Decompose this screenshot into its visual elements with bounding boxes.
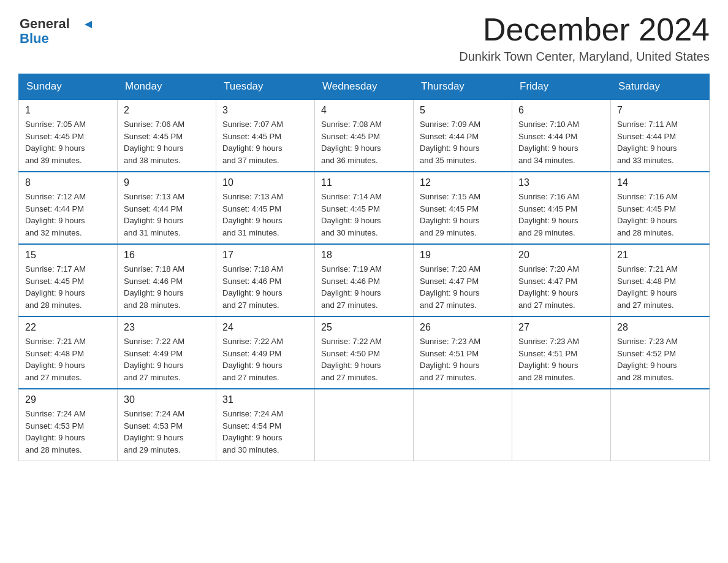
calendar-cell: 20 Sunrise: 7:20 AM Sunset: 4:47 PM Dayl… [512,244,611,316]
svg-text:Blue: Blue [20,31,49,46]
day-info: Sunrise: 7:22 AM Sunset: 4:49 PM Dayligh… [124,335,210,383]
calendar-cell: 16 Sunrise: 7:18 AM Sunset: 4:46 PM Dayl… [118,244,216,316]
day-number: 24 [222,322,308,333]
day-info: Sunrise: 7:16 AM Sunset: 4:45 PM Dayligh… [617,191,703,239]
calendar-cell [611,389,710,461]
calendar-cell: 4 Sunrise: 7:08 AM Sunset: 4:45 PM Dayli… [315,99,414,172]
day-info: Sunrise: 7:17 AM Sunset: 4:45 PM Dayligh… [25,263,111,311]
day-number: 4 [321,105,407,116]
day-number: 5 [420,105,506,116]
day-info: Sunrise: 7:06 AM Sunset: 4:45 PM Dayligh… [124,118,210,166]
calendar-cell: 24 Sunrise: 7:22 AM Sunset: 4:49 PM Dayl… [216,316,315,389]
day-info: Sunrise: 7:16 AM Sunset: 4:45 PM Dayligh… [518,191,604,239]
day-info: Sunrise: 7:23 AM Sunset: 4:51 PM Dayligh… [518,335,604,383]
day-number: 3 [222,105,308,116]
day-info: Sunrise: 7:13 AM Sunset: 4:44 PM Dayligh… [124,191,210,239]
day-info: Sunrise: 7:08 AM Sunset: 4:45 PM Dayligh… [321,118,407,166]
weekday-header-friday: Friday [512,74,611,100]
day-info: Sunrise: 7:12 AM Sunset: 4:44 PM Dayligh… [25,191,111,239]
calendar-cell: 29 Sunrise: 7:24 AM Sunset: 4:53 PM Dayl… [19,389,118,461]
logo-icon: General Blue [18,12,92,46]
calendar-cell: 15 Sunrise: 7:17 AM Sunset: 4:45 PM Dayl… [19,244,118,316]
day-info: Sunrise: 7:05 AM Sunset: 4:45 PM Dayligh… [25,118,111,166]
title-area: December 2024 Dunkirk Town Center, Maryl… [459,12,710,64]
day-info: Sunrise: 7:15 AM Sunset: 4:45 PM Dayligh… [420,191,506,239]
day-number: 27 [518,322,604,333]
day-number: 18 [321,250,407,261]
day-info: Sunrise: 7:10 AM Sunset: 4:44 PM Dayligh… [518,118,604,166]
calendar-cell: 23 Sunrise: 7:22 AM Sunset: 4:49 PM Dayl… [118,316,216,389]
day-info: Sunrise: 7:21 AM Sunset: 4:48 PM Dayligh… [25,335,111,383]
day-number: 13 [518,177,604,188]
day-info: Sunrise: 7:22 AM Sunset: 4:49 PM Dayligh… [222,335,308,383]
day-number: 15 [25,250,111,261]
weekday-header-saturday: Saturday [611,74,710,100]
day-info: Sunrise: 7:18 AM Sunset: 4:46 PM Dayligh… [222,263,308,311]
day-info: Sunrise: 7:20 AM Sunset: 4:47 PM Dayligh… [420,263,506,311]
calendar-week-4: 22 Sunrise: 7:21 AM Sunset: 4:48 PM Dayl… [19,316,710,389]
day-number: 7 [617,105,703,116]
calendar-cell: 14 Sunrise: 7:16 AM Sunset: 4:45 PM Dayl… [611,172,710,244]
day-number: 23 [124,322,210,333]
day-number: 21 [617,250,703,261]
calendar-cell: 9 Sunrise: 7:13 AM Sunset: 4:44 PM Dayli… [118,172,216,244]
day-number: 11 [321,177,407,188]
day-info: Sunrise: 7:19 AM Sunset: 4:46 PM Dayligh… [321,263,407,311]
calendar-cell [512,389,611,461]
day-number: 17 [222,250,308,261]
calendar-cell: 25 Sunrise: 7:22 AM Sunset: 4:50 PM Dayl… [315,316,414,389]
calendar-cell: 10 Sunrise: 7:13 AM Sunset: 4:45 PM Dayl… [216,172,315,244]
day-number: 20 [518,250,604,261]
calendar-week-1: 1 Sunrise: 7:05 AM Sunset: 4:45 PM Dayli… [19,99,710,172]
day-number: 12 [420,177,506,188]
day-number: 2 [124,105,210,116]
day-number: 28 [617,322,703,333]
weekday-header-monday: Monday [118,74,216,100]
day-info: Sunrise: 7:07 AM Sunset: 4:45 PM Dayligh… [222,118,308,166]
day-info: Sunrise: 7:18 AM Sunset: 4:46 PM Dayligh… [124,263,210,311]
day-info: Sunrise: 7:24 AM Sunset: 4:53 PM Dayligh… [25,408,111,456]
calendar-cell: 2 Sunrise: 7:06 AM Sunset: 4:45 PM Dayli… [118,99,216,172]
header: General Blue December 2024 Dunkirk Town … [18,12,710,64]
calendar-cell: 17 Sunrise: 7:18 AM Sunset: 4:46 PM Dayl… [216,244,315,316]
day-number: 26 [420,322,506,333]
day-info: Sunrise: 7:14 AM Sunset: 4:45 PM Dayligh… [321,191,407,239]
day-info: Sunrise: 7:22 AM Sunset: 4:50 PM Dayligh… [321,335,407,383]
day-number: 19 [420,250,506,261]
calendar-cell: 22 Sunrise: 7:21 AM Sunset: 4:48 PM Dayl… [19,316,118,389]
day-info: Sunrise: 7:23 AM Sunset: 4:52 PM Dayligh… [617,335,703,383]
day-number: 8 [25,177,111,188]
weekday-header-sunday: Sunday [19,74,118,100]
calendar-cell: 26 Sunrise: 7:23 AM Sunset: 4:51 PM Dayl… [414,316,512,389]
calendar-cell: 18 Sunrise: 7:19 AM Sunset: 4:46 PM Dayl… [315,244,414,316]
day-number: 25 [321,322,407,333]
day-info: Sunrise: 7:09 AM Sunset: 4:44 PM Dayligh… [420,118,506,166]
calendar-cell: 7 Sunrise: 7:11 AM Sunset: 4:44 PM Dayli… [611,99,710,172]
calendar-cell: 19 Sunrise: 7:20 AM Sunset: 4:47 PM Dayl… [414,244,512,316]
day-number: 16 [124,250,210,261]
day-number: 22 [25,322,111,333]
day-number: 6 [518,105,604,116]
calendar-week-5: 29 Sunrise: 7:24 AM Sunset: 4:53 PM Dayl… [19,389,710,461]
day-info: Sunrise: 7:23 AM Sunset: 4:51 PM Dayligh… [420,335,506,383]
day-info: Sunrise: 7:21 AM Sunset: 4:48 PM Dayligh… [617,263,703,311]
day-number: 31 [222,394,308,405]
calendar-week-3: 15 Sunrise: 7:17 AM Sunset: 4:45 PM Dayl… [19,244,710,316]
day-number: 29 [25,394,111,405]
calendar-cell: 1 Sunrise: 7:05 AM Sunset: 4:45 PM Dayli… [19,99,118,172]
weekday-header-wednesday: Wednesday [315,74,414,100]
calendar-cell: 31 Sunrise: 7:24 AM Sunset: 4:54 PM Dayl… [216,389,315,461]
calendar-cell: 5 Sunrise: 7:09 AM Sunset: 4:44 PM Dayli… [414,99,512,172]
day-info: Sunrise: 7:20 AM Sunset: 4:47 PM Dayligh… [518,263,604,311]
weekday-header-thursday: Thursday [414,74,512,100]
calendar-cell: 8 Sunrise: 7:12 AM Sunset: 4:44 PM Dayli… [19,172,118,244]
calendar-subtitle: Dunkirk Town Center, Maryland, United St… [459,50,710,64]
weekday-header-row: SundayMondayTuesdayWednesdayThursdayFrid… [19,74,710,100]
day-number: 9 [124,177,210,188]
calendar-cell: 28 Sunrise: 7:23 AM Sunset: 4:52 PM Dayl… [611,316,710,389]
svg-marker-2 [85,21,92,28]
day-number: 1 [25,105,111,116]
calendar-week-2: 8 Sunrise: 7:12 AM Sunset: 4:44 PM Dayli… [19,172,710,244]
day-number: 30 [124,394,210,405]
logo: General Blue [18,12,92,46]
